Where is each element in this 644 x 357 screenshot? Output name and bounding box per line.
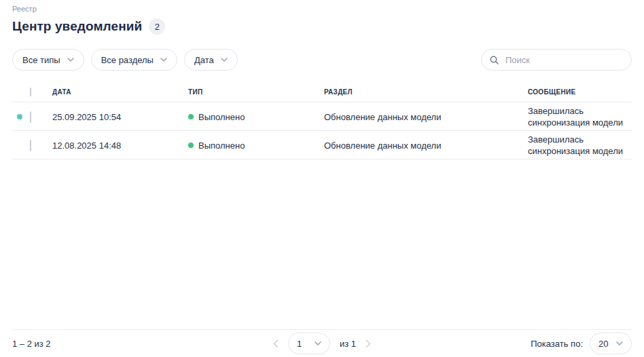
total-pages-label: из 1 xyxy=(340,339,356,349)
title-row: Центр уведомлений 2 xyxy=(12,18,632,35)
row-status-label: Выполнено xyxy=(198,112,245,122)
prev-page-icon[interactable] xyxy=(273,339,279,348)
per-page-select[interactable]: 20 xyxy=(590,333,632,354)
page-select[interactable]: 1 xyxy=(288,333,330,354)
page-title: Центр уведомлений xyxy=(12,19,142,34)
row-status-cell: Выполнено xyxy=(188,140,324,151)
search-box[interactable] xyxy=(481,49,632,71)
column-header-date: ДАТА xyxy=(52,88,188,102)
chevron-down-icon xyxy=(616,341,623,345)
row-date: 12.08.2025 14:48 xyxy=(52,140,188,151)
column-header-type: ТИП xyxy=(188,88,324,102)
filter-bar: Все типы Все разделы Дата xyxy=(12,49,632,71)
row-checkbox[interactable] xyxy=(30,140,31,151)
row-checkbox[interactable] xyxy=(30,111,31,123)
column-header-section: РАЗДЕЛ xyxy=(324,88,528,102)
notification-count-badge: 2 xyxy=(149,18,165,35)
search-input[interactable] xyxy=(504,54,623,66)
chevron-down-icon xyxy=(221,58,228,62)
row-date: 25.09.2025 10:54 xyxy=(52,112,188,122)
next-page-icon[interactable] xyxy=(365,339,371,348)
row-status-label: Выполнено xyxy=(198,140,245,151)
notification-center-page: Реестр Центр уведомлений 2 Все типы Все … xyxy=(0,0,644,357)
notifications-table: ДАТА ТИП РАЗДЕЛ СООБЩЕНИЕ 25.09.2025 10:… xyxy=(12,82,632,159)
row-message: Завершилась синхронизация модели xyxy=(528,131,632,159)
column-header-message: СООБЩЕНИЕ xyxy=(528,88,632,102)
row-section: Обновление данных модели xyxy=(324,140,528,151)
status-dot xyxy=(188,114,194,119)
table-footer: 1 – 2 из 2 1 из 1 Показать по: 20 xyxy=(12,329,632,357)
row-message: Завершилась синхронизация модели xyxy=(528,102,632,131)
page-select-value: 1 xyxy=(297,339,302,349)
breadcrumb[interactable]: Реестр xyxy=(12,5,632,13)
header-checkbox-cell xyxy=(30,88,52,96)
filter-date-label: Дата xyxy=(194,55,214,65)
unread-dot xyxy=(17,114,22,119)
filter-all-types-label: Все типы xyxy=(22,55,60,65)
filter-all-sections-label: Все разделы xyxy=(101,55,154,65)
per-page-control: Показать по: 20 xyxy=(531,333,632,354)
range-info: 1 – 2 из 2 xyxy=(12,339,273,349)
select-all-checkbox[interactable] xyxy=(30,88,31,96)
chevron-down-icon xyxy=(67,58,74,62)
filter-all-types[interactable]: Все типы xyxy=(12,49,84,71)
per-page-value: 20 xyxy=(598,339,608,349)
filter-date[interactable]: Дата xyxy=(184,49,238,71)
table-row[interactable]: 12.08.2025 14:48 Выполнено Обновление да… xyxy=(12,131,632,159)
filter-all-sections[interactable]: Все разделы xyxy=(91,49,177,71)
unread-indicator-cell xyxy=(12,114,30,119)
table-row[interactable]: 25.09.2025 10:54 Выполнено Обновление да… xyxy=(12,102,632,131)
pagination: 1 из 1 xyxy=(273,333,371,354)
row-checkbox-cell xyxy=(30,140,52,151)
status-dot xyxy=(188,143,194,148)
per-page-label: Показать по: xyxy=(531,339,583,349)
row-section: Обновление данных модели xyxy=(324,112,528,122)
row-checkbox-cell xyxy=(30,112,52,122)
search-icon xyxy=(490,56,499,64)
chevron-down-icon xyxy=(315,341,321,345)
row-status-cell: Выполнено xyxy=(188,112,324,122)
table-header-row: ДАТА ТИП РАЗДЕЛ СООБЩЕНИЕ xyxy=(12,82,632,102)
chevron-down-icon xyxy=(160,58,167,62)
